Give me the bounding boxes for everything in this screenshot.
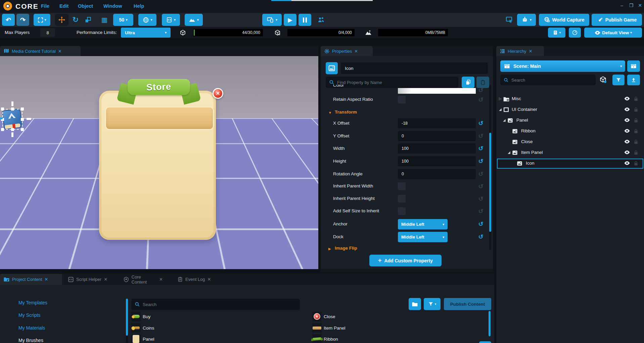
section-expander-icon[interactable]: ▶ — [328, 247, 331, 251]
multiplayer-preview-button[interactable] — [315, 14, 327, 26]
screen-share-button[interactable] — [504, 14, 515, 26]
add-self-size-checkbox[interactable] — [398, 207, 406, 215]
eye-icon[interactable] — [624, 96, 630, 101]
anchor-dropdown[interactable]: Middle Left▾ — [398, 219, 448, 229]
add-custom-property-button[interactable]: + Add Custom Property — [369, 255, 442, 266]
grid-view-button[interactable]: ▦ — [479, 341, 491, 343]
item-thumbnail-buy[interactable] — [131, 312, 141, 321]
sidebar-scrollbar-thumb[interactable] — [126, 299, 128, 336]
expander-expanded-icon[interactable]: ◢ — [503, 118, 506, 122]
item-thumbnail-coins[interactable] — [131, 323, 141, 333]
reset-icon[interactable]: ↺ — [477, 183, 485, 189]
inherit-parent-width-checkbox[interactable] — [398, 182, 406, 190]
selection-handle[interactable] — [1, 108, 4, 111]
menu-help[interactable]: Help — [134, 3, 144, 9]
x-offset-input[interactable] — [398, 118, 476, 128]
lock-icon[interactable] — [633, 107, 639, 113]
reset-icon[interactable]: ↺ — [477, 171, 485, 177]
reset-icon[interactable]: ↺ — [477, 133, 485, 139]
content-item-label[interactable]: Panel — [143, 337, 154, 342]
content-item-label[interactable]: Ribbon — [324, 337, 338, 342]
reset-icon[interactable]: ↺ — [477, 221, 485, 227]
image-flip-section-header[interactable]: Image Flip — [335, 246, 357, 251]
reset-icon[interactable]: ↺ — [477, 120, 485, 126]
selection-handle[interactable] — [11, 108, 14, 111]
expander-collapsed-icon[interactable]: ▷ — [499, 97, 502, 100]
hierarchy-row-ribbon[interactable]: Ribbon — [496, 126, 644, 136]
publish-content-button[interactable]: Publish Content — [444, 298, 491, 310]
selection-handle[interactable] — [11, 128, 14, 131]
lock-icon[interactable] — [633, 96, 639, 102]
content-item-label[interactable]: Buy — [143, 314, 150, 319]
lock-icon[interactable] — [633, 118, 639, 123]
group-objects-icon[interactable] — [599, 76, 608, 84]
hierarchy-row-misc[interactable]: ▷ Misc — [496, 94, 644, 104]
hierarchy-row-ui-container[interactable]: ◢ UI Container — [496, 105, 644, 115]
eye-icon[interactable] — [624, 161, 630, 166]
item-thumbnail-panel[interactable] — [131, 334, 141, 343]
hierarchy-search-input[interactable] — [511, 78, 592, 83]
content-item-label[interactable]: Coins — [143, 326, 154, 331]
rotate-tool-button[interactable]: ↻ — [71, 14, 81, 26]
selected-icon-object[interactable] — [2, 108, 23, 130]
eye-icon[interactable] — [624, 118, 630, 123]
hierarchy-row-panel[interactable]: ◢ Panel — [496, 116, 644, 126]
reset-icon[interactable]: ↺ — [477, 196, 485, 202]
selection-handle[interactable] — [1, 128, 4, 131]
content-item-label[interactable]: Close — [324, 314, 335, 319]
close-tab-icon[interactable]: ✕ — [104, 277, 107, 282]
lock-icon[interactable] — [633, 161, 639, 166]
redo-button[interactable]: ↷ — [16, 14, 29, 26]
content-scrollbar-thumb[interactable] — [489, 311, 491, 336]
item-thumbnail-ribbon[interactable] — [312, 334, 322, 343]
expander-expanded-icon[interactable]: ◢ — [499, 108, 502, 111]
color-swatch[interactable] — [398, 88, 476, 94]
close-tab-icon[interactable]: ✕ — [354, 49, 358, 54]
eye-icon[interactable] — [624, 150, 630, 155]
scale-tool-button[interactable] — [83, 14, 93, 26]
hierarchy-row-close[interactable]: Close — [496, 137, 644, 147]
retain-aspect-checkbox[interactable] — [398, 96, 406, 103]
eye-icon[interactable] — [624, 128, 630, 133]
script-tools-dropdown[interactable]: ▾ — [162, 14, 180, 26]
lock-icon[interactable] — [633, 150, 639, 156]
tab-project-content[interactable]: Project Content ✕ — [0, 274, 62, 285]
section-expander-icon[interactable]: ▼ — [328, 111, 332, 115]
eye-icon[interactable] — [624, 139, 630, 144]
scene-manager-button[interactable] — [627, 60, 640, 72]
grid-snap-button[interactable]: ▦ — [99, 14, 110, 26]
transform-section-header[interactable]: Transform — [335, 110, 357, 115]
sidebar-scrollbar-track[interactable] — [126, 299, 128, 343]
default-view-dropdown[interactable]: Default View ▾ — [584, 28, 642, 38]
tab-event-log[interactable]: Event Log ✕ — [174, 274, 215, 285]
rotation-angle-input[interactable] — [398, 169, 476, 179]
sidebar-item-my-templates[interactable]: My Templates — [18, 300, 47, 305]
reset-icon[interactable]: ↺ — [477, 145, 485, 152]
publish-game-button[interactable]: Publish Game — [592, 14, 642, 26]
performance-gauge-button[interactable] — [569, 28, 581, 38]
reset-icon[interactable]: ↺ — [477, 97, 485, 103]
close-tab-icon[interactable]: ✕ — [45, 277, 48, 282]
tab-hierarchy[interactable]: Hierarchy ✕ — [496, 46, 544, 56]
width-input[interactable] — [398, 143, 476, 154]
selection-handle[interactable] — [21, 128, 24, 131]
eye-icon[interactable] — [624, 107, 630, 112]
tab-properties[interactable]: Properties ✕ — [321, 46, 373, 56]
sidebar-item-my-scripts[interactable]: My Scripts — [18, 312, 40, 318]
item-thumbnail-close[interactable]: ✕ — [312, 312, 322, 321]
lock-icon[interactable] — [633, 128, 639, 134]
restore-button[interactable]: ❐ — [627, 3, 635, 8]
menu-object[interactable]: Object — [78, 3, 93, 9]
y-offset-input[interactable] — [398, 131, 476, 141]
height-input[interactable] — [398, 156, 476, 166]
reset-icon[interactable]: ↺ — [477, 234, 485, 240]
play-button[interactable]: ▶ — [284, 14, 296, 26]
tab-media-content-tutorial[interactable]: Media Content Tutorial ✕ — [0, 46, 81, 56]
reset-icon[interactable]: ↺ — [477, 208, 485, 214]
assistant-dropdown[interactable]: ▾ — [517, 14, 536, 26]
item-thumbnail-item-panel[interactable] — [312, 323, 322, 333]
content-item-label[interactable]: Item Panel — [324, 326, 346, 331]
sidebar-item-my-materials[interactable]: My Materials — [18, 325, 45, 331]
content-filter-dropdown[interactable]: ▾ — [424, 298, 441, 310]
content-search-input[interactable] — [143, 302, 296, 307]
